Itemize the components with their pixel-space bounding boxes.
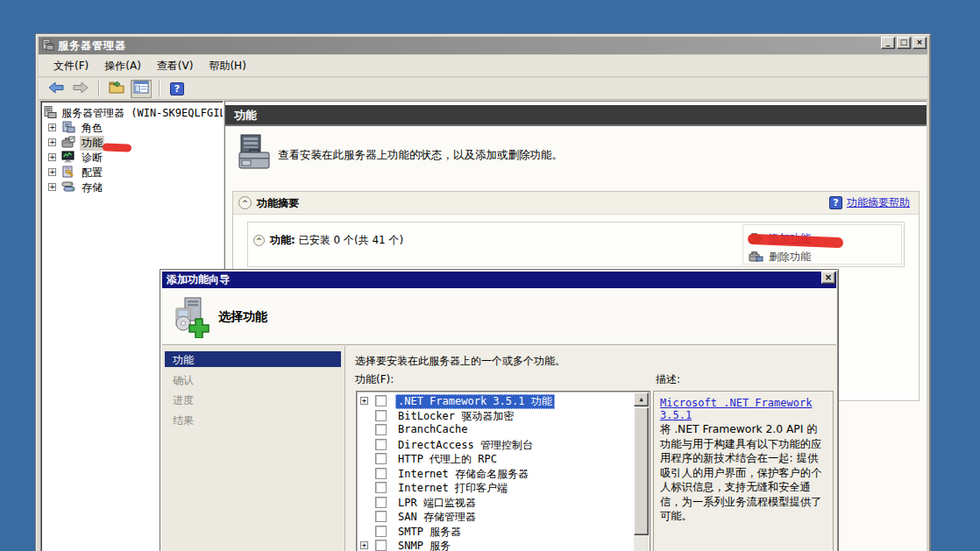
expand-icon[interactable]: + — [48, 124, 56, 131]
back-arrow-icon — [47, 81, 65, 97]
window-title: 服务器管理器 — [58, 39, 126, 53]
feature-label[interactable]: SMTP 服务器 — [395, 525, 464, 540]
listbox-scrollbar[interactable]: ▲ — [634, 392, 649, 551]
expand-icon[interactable]: + — [48, 138, 56, 146]
summary-header: ^ 功能摘要 ? 功能摘要帮助 — [233, 192, 919, 215]
tree-item-label[interactable]: 配置 — [80, 166, 104, 180]
expand-icon[interactable]: + — [48, 153, 56, 161]
export-button[interactable] — [106, 80, 127, 98]
feature-checkbox[interactable] — [375, 439, 387, 450]
help-badge-icon: ? — [829, 196, 842, 209]
tree-item-features: + 功能 — [41, 135, 223, 150]
features-label: 功能: — [270, 234, 295, 246]
feature-label[interactable]: .NET Framework 3.5.1 功能 — [395, 394, 555, 409]
feature-row: BranchCache — [357, 423, 650, 438]
feature-label[interactable]: Internet 打印客户端 — [395, 481, 510, 496]
feature-checkbox[interactable] — [375, 468, 387, 479]
wizard-instruction: 选择要安装在此服务器上的一个或多个功能。 — [355, 354, 565, 369]
dialog-header: 选择功能 — [162, 288, 836, 345]
feature-row: SMTP 服务器 — [357, 525, 650, 540]
tree-item-storage: + 存储 — [41, 180, 223, 194]
feature-checkbox[interactable] — [375, 410, 387, 421]
storage-icon — [61, 180, 75, 195]
step-results: 结果 — [162, 412, 344, 432]
dialog-body: 功能 确认 进度 结果 选择要安装在此服务器上的一个或多个功能。 功能(F): … — [162, 346, 836, 551]
menu-help[interactable]: 帮助(H) — [201, 56, 253, 76]
server-icon — [44, 106, 57, 121]
forward-arrow-icon — [72, 81, 89, 97]
toolbar-separator — [98, 81, 99, 96]
feature-checkbox[interactable] — [375, 540, 387, 551]
feature-row: + .NET Framework 3.5.1 功能 — [357, 394, 650, 409]
console-window-icon — [133, 81, 149, 96]
wizard-steps: 功能 确认 进度 结果 — [162, 346, 345, 551]
feature-description-text: 将 .NET Framework 2.0 API 的功能与用于构建具有以下功能的… — [660, 422, 827, 524]
feature-label[interactable]: DirectAccess 管理控制台 — [395, 438, 536, 453]
feature-label[interactable]: BitLocker 驱动器加密 — [395, 409, 516, 424]
feature-checkbox[interactable] — [375, 424, 387, 435]
remove-features-icon — [749, 250, 763, 265]
window-titlebar[interactable]: 服务器管理器 — [39, 37, 927, 54]
feature-description-link[interactable]: Microsoft .NET Framework 3.5.1 — [660, 397, 827, 421]
summary-title: 功能摘要 — [257, 196, 299, 211]
feature-row: BitLocker 驱动器加密 — [357, 409, 650, 424]
expand-icon[interactable]: + — [360, 397, 368, 405]
feature-label[interactable]: Internet 存储命名服务器 — [395, 467, 531, 482]
pane-header: 功能 — [225, 105, 927, 126]
features-listbox: + .NET Framework 3.5.1 功能 BitLocker 驱动器加… — [356, 391, 650, 551]
remove-features-action[interactable]: 删除功能 — [749, 248, 901, 266]
expand-icon[interactable]: + — [360, 541, 368, 549]
description-label: 描述: — [656, 372, 680, 387]
menu-file[interactable]: 文件(F) — [46, 56, 96, 76]
help-button[interactable]: ? — [167, 80, 188, 98]
tree-item-configuration: + 配置 — [41, 165, 223, 180]
scrollbar-thumb[interactable] — [634, 407, 649, 535]
feature-label[interactable]: HTTP 代理上的 RPC — [395, 452, 500, 467]
tree-item-label[interactable]: 诊断 — [80, 151, 104, 166]
console-tree-button[interactable] — [131, 80, 152, 98]
summary-help-link[interactable]: 功能摘要帮助 — [847, 195, 910, 210]
step-confirmation: 确认 — [162, 371, 344, 392]
add-features-wizard-dialog: 添加功能向导 × 选择功能 功能 确认 进度 结果 选择要安装在此服务器上的一个… — [160, 269, 839, 551]
feature-label[interactable]: SNMP 服务 — [395, 539, 453, 551]
expand-icon[interactable]: + — [48, 168, 56, 176]
forward-button[interactable] — [70, 80, 91, 98]
feature-checkbox[interactable] — [375, 453, 387, 464]
feature-checkbox[interactable] — [375, 511, 387, 522]
description-panel: Microsoft .NET Framework 3.5.1 将 .NET Fr… — [653, 391, 834, 551]
tree-root-label[interactable]: 服务器管理器 (WIN-SK9EQLFGIL — [61, 106, 224, 121]
maximize-button[interactable]: □ — [897, 37, 911, 49]
remove-features-link[interactable]: 删除功能 — [769, 250, 811, 265]
back-button[interactable] — [46, 80, 67, 98]
tree-item-label[interactable]: 角色 — [80, 121, 104, 136]
minimize-button[interactable]: _ — [881, 37, 895, 49]
dialog-titlebar[interactable]: 添加功能向导 — [162, 272, 836, 288]
feature-label[interactable]: LPR 端口监视器 — [395, 496, 479, 511]
collapse-chevron-icon[interactable]: ^ — [253, 235, 265, 246]
expand-icon[interactable]: + — [48, 183, 56, 191]
feature-row: DirectAccess 管理控制台 — [357, 438, 650, 453]
feature-checkbox[interactable] — [375, 395, 387, 406]
feature-label[interactable]: BranchCache — [395, 423, 470, 435]
folder-export-icon — [109, 81, 124, 96]
features-icon — [61, 136, 75, 151]
feature-checkbox[interactable] — [375, 497, 387, 508]
feature-label[interactable]: SAN 存储管理器 — [395, 510, 479, 525]
close-button[interactable]: × — [913, 37, 927, 49]
feature-row: HTTP 代理上的 RPC — [357, 452, 650, 467]
tree-root: 服务器管理器 (WIN-SK9EQLFGIL — [41, 105, 223, 120]
menu-action[interactable]: 操作(A) — [96, 56, 149, 76]
feature-checkbox[interactable] — [375, 482, 387, 493]
tree-item-label[interactable]: 功能 — [80, 136, 104, 151]
dialog-title: 添加功能向导 — [167, 273, 230, 286]
tree-item-label[interactable]: 存储 — [80, 180, 104, 195]
feature-row: SAN 存储管理器 — [357, 510, 650, 525]
wizard-main: 选择要安装在此服务器上的一个或多个功能。 功能(F): 描述: + .NET F… — [346, 346, 836, 551]
scroll-up-icon[interactable]: ▲ — [634, 392, 649, 406]
feature-checkbox[interactable] — [375, 526, 387, 537]
dialog-close-button[interactable]: × — [821, 272, 835, 284]
menu-view[interactable]: 查看(V) — [149, 56, 202, 76]
step-progress: 进度 — [162, 392, 344, 412]
desktop: 服务器管理器 _ □ × 文件(F) 操作(A) 查看(V) 帮助(H) — [0, 0, 980, 551]
collapse-chevron-icon[interactable]: ^ — [238, 196, 252, 209]
